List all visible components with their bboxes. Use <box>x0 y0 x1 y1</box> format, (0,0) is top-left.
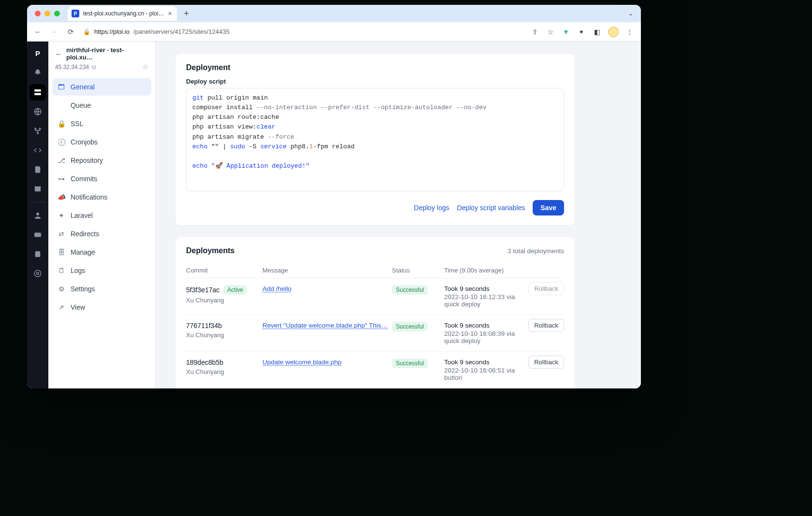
rail-code-icon[interactable] <box>29 142 46 158</box>
rollback-button[interactable]: Rollback <box>528 282 564 295</box>
favorite-star-icon[interactable]: ☆ <box>142 63 148 72</box>
rail-user-icon[interactable] <box>29 207 46 224</box>
main-content: Deployment Deploy script git pull origin… <box>156 42 641 388</box>
sidebar-item-label: Cronjobs <box>71 138 98 146</box>
sidebar-item-view[interactable]: ↗View <box>52 299 151 316</box>
deployments-total: 3 total deployments <box>508 247 564 255</box>
sidebar-item-general[interactable]: 🗔General <box>52 78 151 96</box>
breadcrumb-back-icon[interactable]: ← <box>55 50 62 58</box>
breadcrumb[interactable]: ← mirthful-river · test-ploi.xu… <box>55 46 148 61</box>
browser-window: P test-ploi.xuchunyang.cn - ploi… × + ⌄ … <box>27 5 641 388</box>
deploy-script-label: Deploy script <box>186 78 564 85</box>
sidebar-item-settings[interactable]: ⚙Settings <box>52 280 151 298</box>
app-logo[interactable]: P <box>31 46 44 60</box>
sidebar-item-label: SSL <box>71 120 83 128</box>
minimize-window-button[interactable] <box>44 11 50 16</box>
col-status: Status <box>392 267 440 274</box>
app-rail: P <box>27 42 48 388</box>
col-commit: Commit <box>186 267 259 274</box>
rail-card-icon[interactable] <box>29 227 46 243</box>
rollback-button[interactable]: Rollback <box>528 319 564 332</box>
tab-close-icon[interactable]: × <box>168 10 172 17</box>
vue-extension-icon[interactable]: ▼ <box>562 28 570 36</box>
nav-reload-button[interactable]: ⟳ <box>65 28 76 36</box>
sidebar-item-label: Notifications <box>71 193 107 201</box>
browser-tab[interactable]: P test-ploi.xuchunyang.cn - ploi… × <box>68 6 177 21</box>
rail-book-icon[interactable] <box>29 246 46 262</box>
svg-rect-9 <box>35 251 41 257</box>
sidebar-item-cronjobs[interactable]: 🕘Cronjobs <box>52 133 151 151</box>
status-badge: Successful <box>392 285 428 295</box>
sidebar-item-manage[interactable]: 🗄Manage <box>52 244 151 261</box>
sidebar-item-label: Settings <box>71 285 95 293</box>
url-host: https://ploi.io <box>94 28 130 35</box>
rail-help-icon[interactable] <box>29 265 46 282</box>
commit-author: Xu Chunyang <box>186 331 259 339</box>
deployments-card: Deployments 3 total deployments Commit M… <box>175 236 575 388</box>
favicon-icon: P <box>72 10 79 17</box>
commit-message-link[interactable]: Add /hello <box>262 285 291 292</box>
sidebar-icon: ⚙ <box>57 285 66 293</box>
sidebar-item-redirects[interactable]: ⇄Redirects <box>52 225 151 243</box>
share-icon[interactable]: ⇪ <box>531 28 539 36</box>
status-badge: Successful <box>392 358 428 368</box>
deployment-row: 776711f34bXu ChunyangRevert "Update welc… <box>186 315 564 352</box>
save-button[interactable]: Save <box>533 200 564 215</box>
commit-sha[interactable]: 776711f34b <box>186 322 222 330</box>
commit-sha[interactable]: 5f3f3e17ac <box>186 286 219 294</box>
sidebar-item-queue[interactable]: Queue <box>52 97 151 114</box>
rail-store-icon[interactable] <box>29 181 46 197</box>
copy-ip-icon[interactable]: ⧉ <box>92 64 96 71</box>
svg-rect-8 <box>34 234 41 235</box>
sidebar-item-ssl[interactable]: 🔒SSL <box>52 115 151 132</box>
rail-server-icon[interactable] <box>29 84 46 100</box>
rollback-button[interactable]: Rollback <box>528 356 564 369</box>
sidebar-icon: ✦ <box>57 212 66 219</box>
rail-rocket-icon[interactable] <box>29 65 46 81</box>
commit-message-link[interactable]: Revert "Update welcome.blade.php" This… <box>262 322 388 329</box>
tabs-overflow-icon[interactable]: ⌄ <box>628 10 635 17</box>
col-time: Time (9.00s average) <box>444 267 522 274</box>
sidebar-item-logs[interactable]: 🗒Logs <box>52 262 151 279</box>
deploy-logs-link[interactable]: Deploy logs <box>414 204 449 212</box>
deploy-script-variables-link[interactable]: Deploy script variables <box>457 204 525 212</box>
new-tab-button[interactable]: + <box>180 7 193 20</box>
deployment-title: Deployment <box>186 63 564 72</box>
commit-author: Xu Chunyang <box>186 297 259 304</box>
sidebar-icon: ⎇ <box>57 157 66 164</box>
commit-message-link[interactable]: Update welcome.blade.php <box>262 358 342 366</box>
sidebar-item-commits[interactable]: ⊶Commits <box>52 170 151 187</box>
rail-globe-icon[interactable] <box>29 103 46 120</box>
close-window-button[interactable] <box>35 11 41 16</box>
sidebar-icon: 📣 <box>57 193 66 201</box>
lock-icon: 🔒 <box>83 29 90 35</box>
timestamp-text: 2022-10-10 16:08:39 via quick deploy <box>444 330 522 344</box>
site-sidebar: ← mirthful-river · test-ploi.xu… 45.32.3… <box>48 42 156 388</box>
sidebar-item-notifications[interactable]: 📣Notifications <box>52 188 151 206</box>
commit-sha[interactable]: 189dec8b5b <box>186 358 223 366</box>
sidebar-item-label: Commits <box>71 175 97 183</box>
deploy-script-editor[interactable]: git pull origin main composer install --… <box>186 88 564 191</box>
svg-point-5 <box>37 132 39 134</box>
col-message: Message <box>262 267 388 274</box>
svg-point-4 <box>39 128 41 129</box>
sidebar-item-label: Redirects <box>71 230 99 238</box>
sidebar-item-label: General <box>71 83 95 91</box>
profile-avatar[interactable] <box>608 27 619 37</box>
sidebar-item-repository[interactable]: ⎇Repository <box>52 152 151 169</box>
rail-disk-icon[interactable] <box>29 161 46 178</box>
kebab-menu-icon[interactable]: ⋮ <box>625 28 634 36</box>
extensions-icon[interactable]: ✦ <box>577 28 586 36</box>
sidebar-icon: 🗒 <box>57 267 66 274</box>
bookmark-star-icon[interactable]: ☆ <box>546 28 555 36</box>
sidepanel-icon[interactable]: ◧ <box>593 28 601 36</box>
address-bar[interactable]: 🔒 https://ploi.io/panel/servers/41725/si… <box>81 28 526 35</box>
maximize-window-button[interactable] <box>54 11 60 16</box>
window-titlebar: P test-ploi.xuchunyang.cn - ploi… × + ⌄ <box>27 5 641 22</box>
svg-rect-0 <box>34 89 41 92</box>
rail-branches-icon[interactable] <box>29 123 46 139</box>
sidebar-item-laravel[interactable]: ✦Laravel <box>52 207 151 224</box>
sidebar-icon: 🗄 <box>57 248 66 256</box>
nav-forward-button[interactable]: → <box>48 28 60 36</box>
nav-back-button[interactable]: ← <box>32 28 44 36</box>
